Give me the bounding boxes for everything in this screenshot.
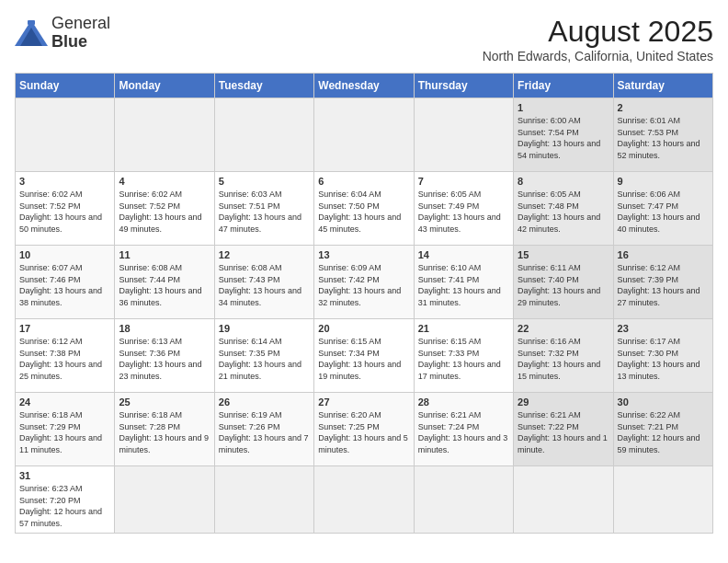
day-number: 19 <box>219 323 310 334</box>
calendar-cell: 20Sunrise: 6:15 AM Sunset: 7:34 PM Dayli… <box>314 319 414 393</box>
day-number: 20 <box>318 323 409 334</box>
calendar-cell: 16Sunrise: 6:12 AM Sunset: 7:39 PM Dayli… <box>613 246 712 319</box>
calendar-week-2: 3Sunrise: 6:02 AM Sunset: 7:52 PM Daylig… <box>16 172 713 246</box>
column-header-tuesday: Tuesday <box>214 74 313 98</box>
day-info: Sunrise: 6:14 AM Sunset: 7:35 PM Dayligh… <box>219 336 310 382</box>
calendar-cell: 1Sunrise: 6:00 AM Sunset: 7:54 PM Daylig… <box>514 98 613 172</box>
day-number: 14 <box>418 249 509 260</box>
calendar-week-6: 31Sunrise: 6:23 AM Sunset: 7:20 PM Dayli… <box>16 466 713 534</box>
calendar-cell: 22Sunrise: 6:16 AM Sunset: 7:32 PM Dayli… <box>514 319 613 393</box>
day-number: 12 <box>219 249 310 260</box>
page-header: GeneralBlue August 2025 North Edwards, C… <box>15 15 713 63</box>
day-number: 18 <box>119 323 210 334</box>
day-info: Sunrise: 6:02 AM Sunset: 7:52 PM Dayligh… <box>19 189 110 235</box>
calendar-cell: 2Sunrise: 6:01 AM Sunset: 7:53 PM Daylig… <box>613 98 712 172</box>
day-info: Sunrise: 6:22 AM Sunset: 7:21 PM Dayligh… <box>618 409 709 455</box>
calendar-cell: 10Sunrise: 6:07 AM Sunset: 7:46 PM Dayli… <box>16 246 115 319</box>
calendar-title: August 2025 <box>483 15 713 49</box>
day-number: 17 <box>19 323 110 334</box>
day-number: 22 <box>518 323 609 334</box>
day-info: Sunrise: 6:07 AM Sunset: 7:46 PM Dayligh… <box>19 262 110 308</box>
day-number: 10 <box>19 249 110 260</box>
calendar-cell <box>314 98 414 172</box>
day-info: Sunrise: 6:18 AM Sunset: 7:29 PM Dayligh… <box>19 409 110 455</box>
calendar-cell: 19Sunrise: 6:14 AM Sunset: 7:35 PM Dayli… <box>214 319 313 393</box>
day-info: Sunrise: 6:12 AM Sunset: 7:39 PM Dayligh… <box>618 262 709 308</box>
day-number: 26 <box>219 396 310 408</box>
day-info: Sunrise: 6:11 AM Sunset: 7:40 PM Dayligh… <box>518 262 609 308</box>
day-info: Sunrise: 6:18 AM Sunset: 7:28 PM Dayligh… <box>119 409 210 455</box>
calendar-cell: 3Sunrise: 6:02 AM Sunset: 7:52 PM Daylig… <box>16 172 115 246</box>
calendar-table: SundayMondayTuesdayWednesdayThursdayFrid… <box>15 73 713 534</box>
calendar-cell: 6Sunrise: 6:04 AM Sunset: 7:50 PM Daylig… <box>314 172 414 246</box>
calendar-cell <box>16 98 115 172</box>
day-number: 24 <box>19 396 110 408</box>
calendar-week-5: 24Sunrise: 6:18 AM Sunset: 7:29 PM Dayli… <box>16 393 713 466</box>
day-info: Sunrise: 6:15 AM Sunset: 7:33 PM Dayligh… <box>418 336 509 382</box>
day-number: 5 <box>219 176 310 187</box>
day-info: Sunrise: 6:00 AM Sunset: 7:54 PM Dayligh… <box>518 115 609 161</box>
logo-text: GeneralBlue <box>51 15 110 52</box>
calendar-cell <box>214 466 313 534</box>
day-info: Sunrise: 6:16 AM Sunset: 7:32 PM Dayligh… <box>518 336 609 382</box>
day-info: Sunrise: 6:03 AM Sunset: 7:51 PM Dayligh… <box>219 189 310 235</box>
calendar-cell <box>514 466 613 534</box>
calendar-cell <box>214 98 313 172</box>
calendar-cell <box>115 98 214 172</box>
calendar-cell: 4Sunrise: 6:02 AM Sunset: 7:52 PM Daylig… <box>115 172 214 246</box>
day-number: 28 <box>418 396 509 408</box>
day-info: Sunrise: 6:10 AM Sunset: 7:41 PM Dayligh… <box>418 262 509 308</box>
day-number: 1 <box>518 102 609 113</box>
day-number: 23 <box>618 323 709 334</box>
day-number: 7 <box>418 176 509 187</box>
calendar-cell: 15Sunrise: 6:11 AM Sunset: 7:40 PM Dayli… <box>514 246 613 319</box>
calendar-cell: 29Sunrise: 6:21 AM Sunset: 7:22 PM Dayli… <box>514 393 613 466</box>
calendar-cell <box>414 98 513 172</box>
day-info: Sunrise: 6:08 AM Sunset: 7:43 PM Dayligh… <box>219 262 310 308</box>
day-info: Sunrise: 6:15 AM Sunset: 7:34 PM Dayligh… <box>318 336 409 382</box>
day-info: Sunrise: 6:13 AM Sunset: 7:36 PM Dayligh… <box>119 336 210 382</box>
day-number: 15 <box>518 249 609 260</box>
day-info: Sunrise: 6:20 AM Sunset: 7:25 PM Dayligh… <box>318 409 409 455</box>
day-info: Sunrise: 6:01 AM Sunset: 7:53 PM Dayligh… <box>618 115 709 161</box>
calendar-cell: 12Sunrise: 6:08 AM Sunset: 7:43 PM Dayli… <box>214 246 313 319</box>
column-header-friday: Friday <box>514 74 613 98</box>
day-number: 16 <box>618 249 709 260</box>
day-number: 6 <box>318 176 409 187</box>
day-number: 3 <box>19 176 110 187</box>
calendar-week-1: 1Sunrise: 6:00 AM Sunset: 7:54 PM Daylig… <box>16 98 713 172</box>
day-number: 8 <box>518 176 609 187</box>
calendar-cell: 28Sunrise: 6:21 AM Sunset: 7:24 PM Dayli… <box>414 393 513 466</box>
calendar-cell: 27Sunrise: 6:20 AM Sunset: 7:25 PM Dayli… <box>314 393 414 466</box>
day-number: 30 <box>618 396 709 408</box>
day-info: Sunrise: 6:06 AM Sunset: 7:47 PM Dayligh… <box>618 189 709 235</box>
day-number: 4 <box>119 176 210 187</box>
day-info: Sunrise: 6:02 AM Sunset: 7:52 PM Dayligh… <box>119 189 210 235</box>
calendar-cell: 21Sunrise: 6:15 AM Sunset: 7:33 PM Dayli… <box>414 319 513 393</box>
calendar-subtitle: North Edwards, California, United States <box>483 49 713 63</box>
calendar-week-3: 10Sunrise: 6:07 AM Sunset: 7:46 PM Dayli… <box>16 246 713 319</box>
day-info: Sunrise: 6:21 AM Sunset: 7:22 PM Dayligh… <box>518 409 609 455</box>
calendar-cell: 11Sunrise: 6:08 AM Sunset: 7:44 PM Dayli… <box>115 246 214 319</box>
day-info: Sunrise: 6:05 AM Sunset: 7:48 PM Dayligh… <box>518 189 609 235</box>
calendar-cell: 14Sunrise: 6:10 AM Sunset: 7:41 PM Dayli… <box>414 246 513 319</box>
day-info: Sunrise: 6:04 AM Sunset: 7:50 PM Dayligh… <box>318 189 409 235</box>
day-number: 25 <box>119 396 210 408</box>
day-info: Sunrise: 6:19 AM Sunset: 7:26 PM Dayligh… <box>219 409 310 455</box>
calendar-cell: 7Sunrise: 6:05 AM Sunset: 7:49 PM Daylig… <box>414 172 513 246</box>
day-info: Sunrise: 6:23 AM Sunset: 7:20 PM Dayligh… <box>19 483 110 529</box>
day-number: 9 <box>618 176 709 187</box>
column-header-thursday: Thursday <box>414 74 513 98</box>
column-header-monday: Monday <box>115 74 214 98</box>
calendar-cell: 5Sunrise: 6:03 AM Sunset: 7:51 PM Daylig… <box>214 172 313 246</box>
calendar-cell <box>613 466 712 534</box>
svg-rect-2 <box>28 20 35 25</box>
day-info: Sunrise: 6:05 AM Sunset: 7:49 PM Dayligh… <box>418 189 509 235</box>
calendar-cell: 24Sunrise: 6:18 AM Sunset: 7:29 PM Dayli… <box>16 393 115 466</box>
generalblue-logo-icon <box>15 20 48 46</box>
column-header-saturday: Saturday <box>613 74 712 98</box>
calendar-cell <box>115 466 214 534</box>
title-area: August 2025 North Edwards, California, U… <box>483 15 713 63</box>
day-number: 27 <box>318 396 409 408</box>
day-info: Sunrise: 6:08 AM Sunset: 7:44 PM Dayligh… <box>119 262 210 308</box>
